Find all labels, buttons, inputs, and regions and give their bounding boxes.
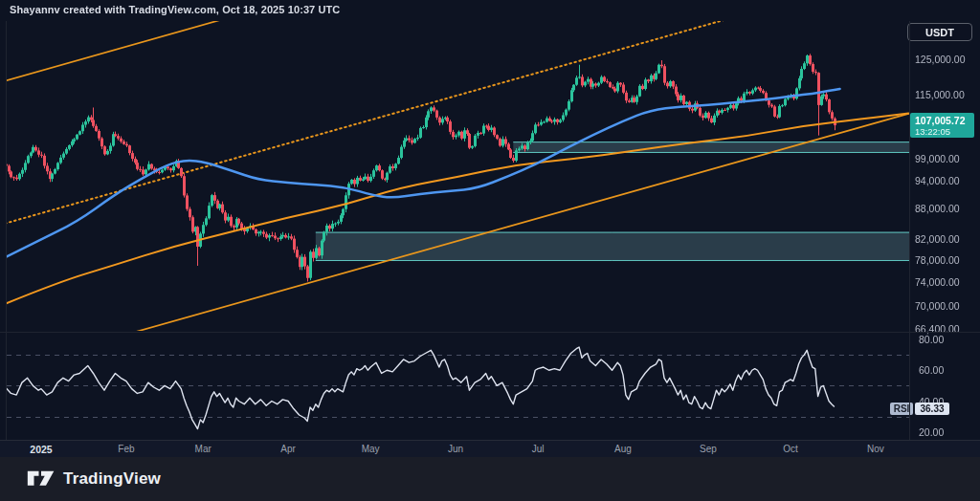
time-axis-label: Jun — [448, 444, 463, 454]
price-axis-label: 70,000.00 — [915, 300, 960, 312]
tradingview-snapshot: Shayannv created with TradingView.com, O… — [0, 0, 980, 501]
tradingview-logo-icon — [27, 468, 56, 490]
plot-right-border — [909, 21, 910, 440]
quote-currency-button[interactable]: USDT — [907, 23, 972, 41]
price-axis-label: 115,000.00 — [915, 89, 965, 100]
time-axis-label: Apr — [280, 444, 296, 454]
last-price-value: 107,005.72 — [915, 115, 974, 126]
price-axis-label: 99,000.00 — [915, 153, 960, 164]
time-axis-label: Feb — [118, 444, 134, 454]
time-axis[interactable]: 2025FebMarAprMayJunJulAugSepOctNov — [0, 440, 980, 458]
time-axis-label: 2025 — [30, 444, 52, 455]
price-axis-label: 125,000.00 — [915, 54, 966, 65]
rsi-axis-label: 20.00 — [919, 426, 944, 438]
time-axis-label: Jul — [532, 444, 545, 454]
time-axis-label: Nov — [867, 444, 884, 454]
price-axis-label: 78,000.00 — [915, 254, 960, 266]
time-axis-label: May — [362, 444, 380, 454]
time-axis-label: Mar — [195, 444, 212, 454]
time-axis-label: Aug — [614, 444, 632, 454]
bar-countdown: 13:22:05 — [915, 126, 974, 137]
tradingview-logo-text: TradingView — [63, 469, 161, 489]
rsi-value-badge: 36.33 — [915, 403, 949, 415]
time-axis-label: Sep — [700, 444, 717, 454]
tradingview-logo[interactable]: TradingView — [27, 468, 161, 490]
price-axis-label: 94,000.00 — [915, 175, 960, 186]
price-axis-label: 88,000.00 — [915, 203, 960, 214]
time-axis-label: Oct — [783, 444, 798, 454]
pane-separator — [0, 332, 980, 333]
rsi-axis-label: 60.00 — [919, 364, 944, 376]
rsi-axis-label: 80.00 — [919, 334, 944, 345]
last-price-badge: 107,005.72 13:22:05 — [910, 113, 974, 138]
plot-left-border — [6, 21, 7, 440]
footer-bar: TradingView — [0, 457, 980, 501]
price-axis-label: 74,000.00 — [915, 276, 960, 288]
chart-attribution-title: Shayannv created with TradingView.com, O… — [10, 4, 340, 15]
chart-plot-area[interactable] — [0, 0, 980, 501]
price-axis-label: 82,000.00 — [915, 233, 960, 245]
